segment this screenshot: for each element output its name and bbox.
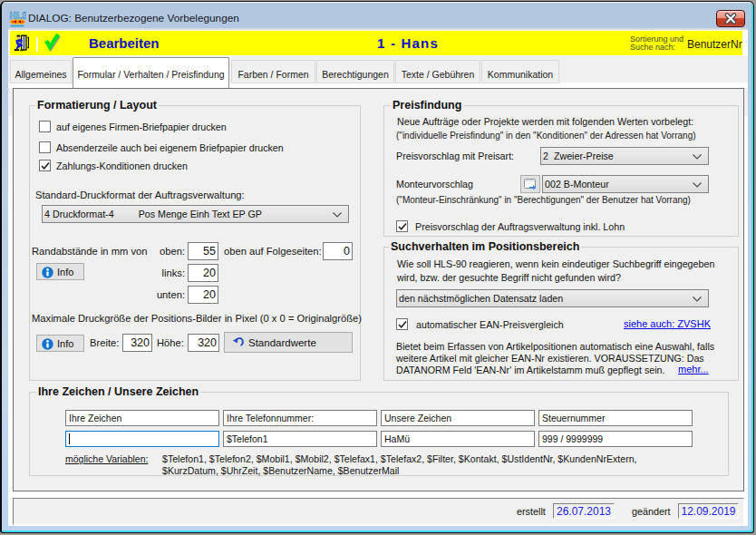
svg-text:HLS: HLS xyxy=(10,11,26,21)
